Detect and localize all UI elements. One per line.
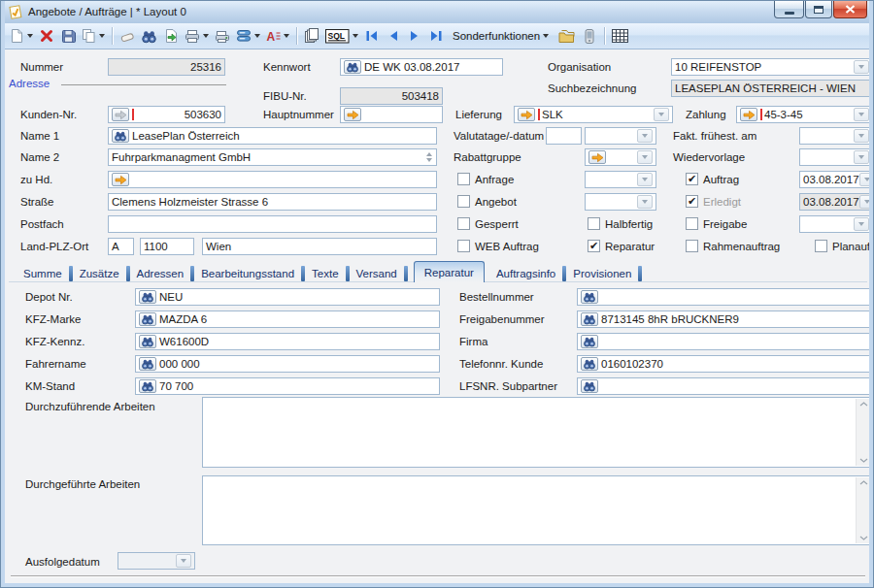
kunden-nr-jump-button[interactable]: [112, 108, 129, 121]
close-button[interactable]: [833, 1, 867, 18]
records-button[interactable]: [234, 25, 262, 47]
bestellnummer-field[interactable]: [577, 288, 873, 306]
name1-search-button[interactable]: [112, 129, 129, 143]
fakt-fruehest-dropdown-button[interactable]: [854, 129, 869, 143]
lieferung-dropdown-button[interactable]: [654, 108, 669, 121]
maximize-button[interactable]: [805, 1, 832, 18]
wiedervorlage-select[interactable]: [799, 148, 873, 166]
tab-adressen[interactable]: Adressen: [130, 264, 195, 282]
angebot-dropdown-button[interactable]: [637, 195, 653, 209]
auftrag-checkbox[interactable]: ✔: [686, 173, 698, 185]
lfsnr-subpartner-field[interactable]: [577, 377, 873, 395]
textarea-scrollbar[interactable]: [856, 399, 870, 466]
import-button[interactable]: [161, 25, 181, 47]
durchgefuehrte-arbeiten-textarea[interactable]: [202, 475, 872, 545]
scroll-up-icon[interactable]: [859, 402, 868, 407]
name1-field[interactable]: LeasePlan Österreich: [108, 127, 437, 145]
freigabe-dropdown-button[interactable]: [854, 217, 869, 231]
zu-hd-jump-button[interactable]: [112, 173, 129, 186]
copy-button[interactable]: [80, 25, 107, 47]
nav-first-button[interactable]: [362, 25, 382, 47]
depot-nr-search-button[interactable]: [139, 290, 156, 304]
wiedervorlage-dropdown-button[interactable]: [854, 150, 869, 164]
fahrername-field[interactable]: 000 000: [135, 355, 440, 373]
ausfolgedatum-select[interactable]: [118, 552, 195, 570]
kfz-marke-search-button[interactable]: [139, 312, 156, 326]
zahlung-dropdown-button[interactable]: [854, 108, 869, 121]
rabattgruppe-select[interactable]: [585, 148, 656, 166]
sql-button[interactable]: SQL: [323, 25, 360, 47]
organisation-dropdown-button[interactable]: [854, 60, 869, 74]
depot-nr-field[interactable]: NEU: [135, 288, 440, 306]
nummer-field[interactable]: 25316: [108, 58, 225, 76]
valutatage-input[interactable]: [546, 127, 582, 145]
table-button[interactable]: [610, 25, 630, 47]
name2-spinner[interactable]: [426, 152, 433, 162]
tab-texte[interactable]: Texte: [305, 264, 350, 282]
freigabe-date-select[interactable]: [799, 215, 873, 233]
search-button[interactable]: [139, 25, 159, 47]
gesperrt-checkbox[interactable]: [457, 217, 470, 230]
web-auftrag-checkbox[interactable]: [457, 240, 470, 252]
ausfolgedatum-dropdown-button[interactable]: [176, 554, 191, 568]
zahlung-jump-button[interactable]: [740, 108, 757, 121]
textarea-scrollbar[interactable]: [856, 477, 870, 543]
rabattgruppe-dropdown-button[interactable]: [637, 150, 653, 164]
batch-pages-button[interactable]: [302, 25, 321, 47]
fahrername-search-button[interactable]: [139, 357, 156, 371]
kennwort-field[interactable]: DE WK 03.08.2017: [340, 58, 503, 76]
tab-reparatur[interactable]: Reparatur: [414, 261, 485, 282]
km-stand-field[interactable]: 70 700: [135, 377, 440, 395]
minimize-button[interactable]: [774, 1, 804, 18]
tab-versand[interactable]: Versand: [350, 264, 408, 282]
scroll-up-icon[interactable]: [859, 480, 868, 485]
erase-button[interactable]: [118, 25, 137, 47]
firma-search-button[interactable]: [581, 335, 598, 348]
strasse-field[interactable]: Clemens Holzmeister Strasse 6: [108, 193, 437, 211]
freigabe-checkbox[interactable]: [686, 217, 698, 230]
scroll-down-icon[interactable]: [859, 458, 868, 463]
print-button[interactable]: [183, 25, 211, 47]
kennwort-search-button[interactable]: [344, 60, 361, 74]
durchzufuehrende-arbeiten-textarea[interactable]: [202, 397, 872, 468]
valutadatum-select[interactable]: [585, 127, 656, 145]
lieferung-select[interactable]: SLK: [514, 106, 673, 123]
sonderfunktionen-button[interactable]: Sonderfunktionen: [448, 25, 554, 47]
valutadatum-dropdown-button[interactable]: [637, 129, 653, 143]
new-button[interactable]: [8, 25, 35, 47]
rabattgruppe-jump-button[interactable]: [588, 150, 606, 164]
angebot-date-select[interactable]: [585, 193, 656, 211]
hauptnummer-field[interactable]: [340, 106, 443, 123]
kfz-kennz-field[interactable]: W61600D: [135, 333, 440, 350]
auftrag-date-select[interactable]: 03.08.2017: [799, 171, 873, 188]
save-button[interactable]: [58, 25, 78, 47]
sort-button[interactable]: A: [264, 25, 291, 47]
planauftrag-checkbox[interactable]: [815, 240, 827, 252]
tab-bearbeitungsstand[interactable]: Bearbeitungsstand: [194, 264, 305, 282]
nav-last-button[interactable]: [426, 25, 446, 47]
phone-button[interactable]: [580, 25, 599, 47]
anfrage-checkbox[interactable]: [457, 173, 470, 185]
tab-zusaetze[interactable]: Zusätze: [73, 264, 130, 282]
auftrag-date-dropdown-button[interactable]: [859, 173, 873, 186]
tab-summe[interactable]: Summe: [17, 264, 73, 282]
nav-previous-button[interactable]: [384, 25, 403, 47]
bestellnummer-search-button[interactable]: [581, 290, 598, 304]
fibu-field[interactable]: 503418: [340, 87, 443, 105]
organisation-select[interactable]: 10 REIFENSTOP: [671, 58, 873, 76]
tab-provisionen[interactable]: Provisionen: [566, 264, 642, 282]
nav-next-button[interactable]: [405, 25, 424, 47]
ort-field[interactable]: Wien: [202, 238, 437, 255]
rahmenauftrag-checkbox[interactable]: [686, 240, 698, 252]
km-stand-search-button[interactable]: [139, 379, 156, 393]
zahlung-select[interactable]: 45-3-45: [736, 106, 873, 123]
kfz-marke-field[interactable]: MAZDA 6: [135, 310, 440, 328]
kfz-kennz-search-button[interactable]: [139, 335, 156, 348]
tab-auftragsinfo[interactable]: Auftragsinfo: [489, 264, 566, 282]
reparatur-checkbox[interactable]: ✔: [588, 240, 600, 252]
fakt-fruehest-select[interactable]: [799, 127, 873, 145]
angebot-checkbox[interactable]: [457, 195, 470, 208]
hauptnummer-jump-button[interactable]: [344, 108, 361, 121]
name2-field[interactable]: Fuhrparkmanagment GmbH: [108, 148, 437, 166]
documents-button[interactable]: [555, 25, 578, 47]
